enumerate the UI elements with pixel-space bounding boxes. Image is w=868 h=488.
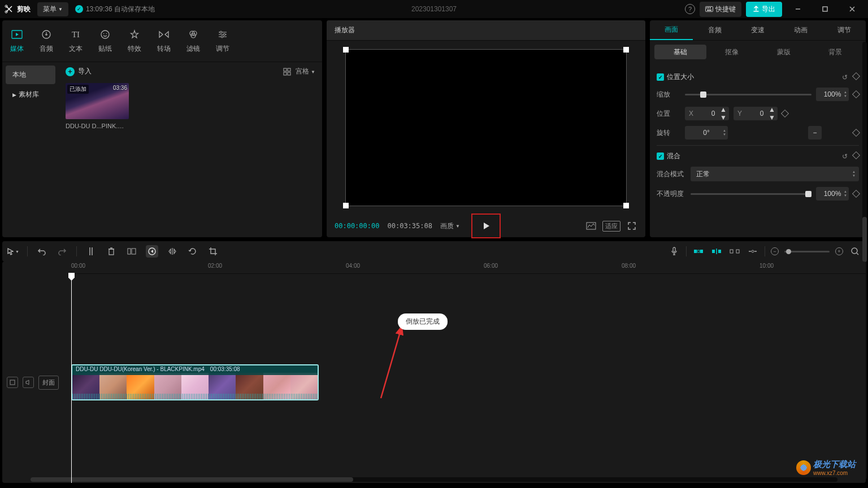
zoom-fit-button[interactable] — [849, 245, 861, 258]
tab-transition[interactable]: 转场 — [149, 20, 179, 62]
compare-icon[interactable] — [585, 220, 597, 232]
ruler-mark: 00:00 — [71, 263, 85, 269]
help-icon[interactable]: ? — [685, 4, 695, 14]
svg-rect-5 — [710, 7, 711, 8]
quality-select[interactable]: 画质▼ — [440, 221, 460, 231]
cover-button[interactable]: 封面 — [38, 376, 59, 390]
horizontal-scrollbar[interactable] — [31, 477, 837, 482]
subtab-mask[interactable]: 蒙版 — [758, 45, 810, 59]
tab-filter[interactable]: 滤镜 — [179, 20, 208, 62]
mic-icon[interactable] — [668, 245, 680, 258]
svg-rect-32 — [712, 250, 715, 253]
delete-tool[interactable] — [105, 245, 118, 258]
media-clip-item[interactable]: 已添加 03:36 DDU-DU D...PINK.mp4 — [66, 83, 129, 129]
tab-audio[interactable]: 音频 — [32, 20, 61, 62]
svg-rect-26 — [132, 249, 136, 254]
subtab-cutout[interactable]: 抠像 — [706, 45, 758, 59]
fullscreen-icon[interactable] — [626, 220, 637, 232]
check-icon[interactable]: ✓ — [657, 152, 664, 160]
ratio-select[interactable]: 适应 — [602, 221, 620, 232]
sort-select[interactable]: 宫格 ▼ — [296, 67, 315, 76]
label-position: 位置 — [657, 109, 680, 119]
sidebar-item-library[interactable]: ▶素材库 — [6, 85, 55, 104]
reset-icon[interactable]: ↺ — [842, 152, 848, 160]
resize-handle[interactable] — [623, 47, 629, 53]
maximize-button[interactable] — [814, 1, 836, 17]
label-blend-mode: 混合模式 — [657, 169, 686, 179]
grid-view-icon[interactable] — [283, 68, 291, 76]
subtab-basic[interactable]: 基础 — [654, 45, 706, 59]
magnet-main-icon[interactable] — [692, 245, 705, 258]
play-button[interactable] — [471, 213, 501, 238]
keyframe-icon[interactable] — [852, 90, 860, 98]
undo-button[interactable] — [36, 245, 48, 258]
pos-x-input[interactable]: X0▲▼ — [685, 107, 729, 120]
section-blend: ✓混合 — [657, 151, 680, 161]
redo-button[interactable] — [56, 245, 68, 258]
subtab-bg[interactable]: 背景 — [810, 45, 862, 59]
magnet-link-icon[interactable] — [710, 245, 723, 258]
svg-rect-21 — [284, 72, 287, 75]
title-bar: 剪映 菜单▼ ✓ 13:09:36 自动保存本地 202301301307 ? … — [0, 0, 868, 18]
playhead[interactable] — [71, 274, 72, 483]
export-button[interactable]: 导出 — [746, 2, 782, 17]
keyframe-icon[interactable] — [852, 72, 860, 80]
check-icon[interactable]: ✓ — [657, 73, 664, 81]
reverse-tool[interactable] — [146, 245, 158, 258]
blend-mode-select[interactable]: 正常▲▼ — [691, 167, 859, 181]
pos-y-input[interactable]: Y0▲▼ — [734, 107, 778, 120]
menu-button[interactable]: 菜单▼ — [37, 2, 68, 16]
minimize-button[interactable] — [787, 1, 809, 17]
svg-rect-22 — [288, 72, 290, 75]
keyframe-icon[interactable] — [852, 129, 860, 137]
keyframe-icon[interactable] — [781, 110, 789, 117]
tab-adjust[interactable]: 调节 — [208, 20, 237, 62]
canvas-frame[interactable] — [345, 49, 627, 206]
import-button[interactable]: + 导入 — [66, 67, 92, 76]
scale-slider[interactable] — [685, 94, 811, 95]
tab-anim[interactable]: 动画 — [779, 20, 822, 40]
flip-button[interactable]: − — [808, 126, 822, 140]
timeline-clip[interactable]: DDU-DU DDU-DU(Korean Ver.) - BLACKPINK.m… — [71, 364, 319, 400]
crop-tool[interactable] — [207, 245, 219, 258]
keyframe-icon[interactable] — [852, 190, 860, 198]
resize-handle[interactable] — [343, 203, 349, 208]
properties-panel: 画面 音频 变速 动画 调节 基础 抠像 蒙版 背景 ✓位置大小 ↺ 缩放 10… — [650, 20, 866, 237]
tab-effect[interactable]: 特效 — [120, 20, 149, 62]
track-lock-icon[interactable] — [7, 377, 18, 388]
tab-picture[interactable]: 画面 — [650, 20, 693, 40]
track-mute-icon[interactable] — [23, 377, 34, 388]
tab-text[interactable]: TI文本 — [61, 20, 90, 62]
magnet-alt-icon[interactable] — [728, 245, 741, 258]
svg-rect-34 — [730, 250, 733, 253]
zoom-slider[interactable] — [784, 251, 830, 252]
tracks-area[interactable]: 倒放已完成 封面 DDU-DU DDU-DU(Korean Ver.) - BL… — [2, 274, 866, 483]
preview-cut-icon[interactable] — [747, 245, 759, 258]
resize-handle[interactable] — [343, 47, 349, 53]
keyframe-icon[interactable] — [852, 151, 860, 159]
close-button[interactable] — [841, 1, 863, 17]
split-tool[interactable] — [85, 245, 97, 258]
tab-audio-prop[interactable]: 音频 — [693, 20, 736, 40]
rotate-tool[interactable] — [186, 245, 199, 258]
shortcut-button[interactable]: 快捷键 — [700, 2, 741, 17]
scale-input[interactable]: 100%▲▼ — [816, 88, 849, 101]
tab-sticker[interactable]: 贴纸 — [90, 20, 120, 62]
mode-tool[interactable] — [125, 245, 138, 258]
zoom-in-button[interactable]: + — [835, 247, 843, 255]
zoom-out-button[interactable]: − — [771, 247, 779, 255]
sidebar-item-local[interactable]: 本地 — [6, 66, 55, 84]
opacity-slider[interactable] — [691, 193, 811, 195]
tab-adjust-prop[interactable]: 调节 — [823, 20, 866, 40]
mirror-tool[interactable] — [166, 245, 179, 258]
opacity-input[interactable]: 100%▲▼ — [816, 187, 849, 201]
rotation-input[interactable]: 0°▲▼ — [685, 126, 728, 140]
resize-handle[interactable] — [623, 203, 629, 208]
select-tool[interactable]: ▼ — [7, 245, 19, 258]
transition-icon — [158, 28, 170, 41]
player-viewport[interactable] — [327, 41, 645, 215]
tab-speed[interactable]: 变速 — [736, 20, 779, 40]
reset-icon[interactable]: ↺ — [842, 73, 848, 81]
timeline-ruler[interactable]: 00:00 02:00 04:00 06:00 08:00 10:00 — [70, 262, 866, 274]
tab-media[interactable]: 媒体 — [2, 20, 32, 62]
